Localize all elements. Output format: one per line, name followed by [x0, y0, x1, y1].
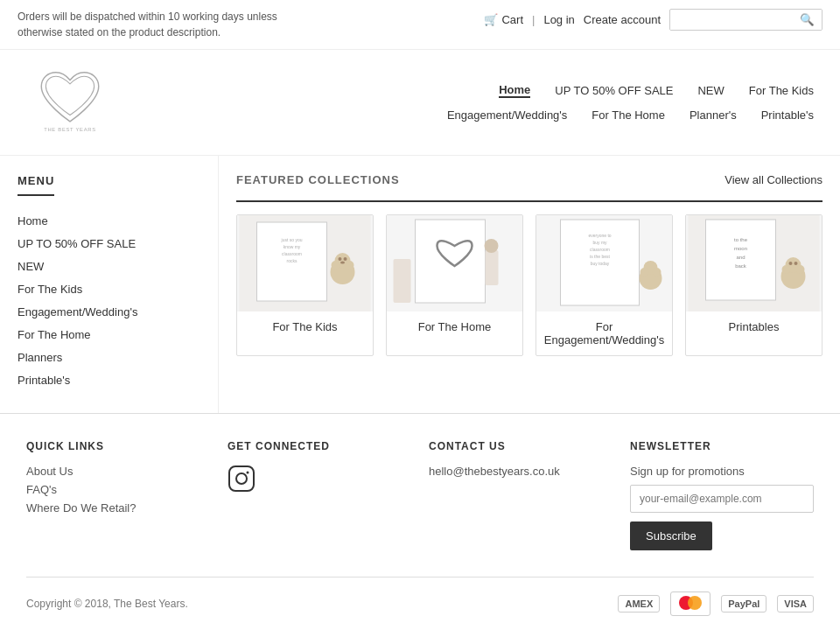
svg-rect-16 — [486, 250, 499, 285]
nav-row-2: Engagement/Wedding's For The Home Planne… — [447, 108, 814, 122]
nav-area: Home UP TO 50% OFF SALE NEW For The Kids… — [447, 83, 814, 122]
sidebar-item-kids[interactable]: For The Kids — [18, 282, 200, 296]
newsletter-note: Sign up for promotions — [630, 465, 814, 478]
sidebar-item-home2[interactable]: For The Home — [18, 327, 200, 341]
sidebar-nav: Home UP TO 50% OFF SALE NEW For The Kids… — [18, 214, 200, 387]
svg-point-38 — [782, 265, 791, 274]
sidebar-link-printables[interactable]: Printable's — [18, 374, 70, 387]
svg-text:buy my: buy my — [592, 240, 607, 245]
sidebar-link-sale[interactable]: UP TO 50% OFF SALE — [18, 237, 136, 250]
sidebar-link-new[interactable]: NEW — [18, 260, 44, 273]
svg-point-29 — [653, 268, 662, 276]
quick-links-title: QUICK LINKS — [26, 440, 210, 452]
search-button[interactable]: 🔍 — [793, 10, 822, 30]
sidebar-item-home[interactable]: Home — [18, 214, 200, 228]
top-bar: Orders will be dispatched within 10 work… — [0, 0, 840, 50]
nav-for-the-home[interactable]: For The Home — [592, 108, 665, 122]
footer-newsletter: NEWSLETTER Sign up for promotions Subscr… — [630, 440, 814, 550]
nav-new[interactable]: NEW — [697, 84, 724, 97]
nav-engagement[interactable]: Engagement/Wedding's — [447, 108, 567, 122]
svg-text:just so you: just so you — [281, 237, 303, 242]
create-account-link[interactable]: Create account — [584, 13, 661, 26]
svg-point-9 — [332, 261, 340, 270]
nav-planners[interactable]: Planner's — [690, 108, 737, 122]
cart-link[interactable]: 🛒 Cart — [484, 13, 523, 26]
payment-icons: AMEX PayPal VISA — [618, 592, 814, 616]
svg-text:THE BEST YEARS: THE BEST YEARS — [44, 127, 96, 132]
nav-home[interactable]: Home — [499, 83, 530, 98]
collection-card-engagement[interactable]: everyone to buy my classroom is the best… — [536, 214, 673, 356]
footer-quick-links: QUICK LINKS About Us FAQ's Where Do We R… — [26, 440, 210, 550]
footer-link-about[interactable]: About Us — [26, 465, 210, 478]
sidebar-menu-label: MENU — [18, 174, 54, 196]
sidebar-link-home2[interactable]: For The Home — [18, 328, 91, 341]
payment-paypal: PayPal — [721, 595, 766, 612]
search-input[interactable] — [670, 10, 793, 30]
collection-label-kids: For The Kids — [237, 312, 373, 342]
svg-rect-42 — [229, 466, 254, 491]
svg-point-40 — [789, 262, 793, 265]
cart-icon: 🛒 — [484, 13, 498, 26]
sidebar-link-planners[interactable]: Planners — [18, 351, 62, 364]
collection-label-engagement: For Engagement/Wedding's — [536, 312, 672, 355]
view-all-link[interactable]: View all Collections — [724, 173, 822, 186]
svg-point-39 — [796, 265, 805, 274]
svg-point-28 — [640, 268, 649, 276]
sidebar-item-sale[interactable]: UP TO 50% OFF SALE — [18, 236, 200, 250]
footer-link-where[interactable]: Where Do We Retail? — [26, 501, 210, 514]
collection-label-home: For The Home — [387, 312, 522, 342]
payment-amex: AMEX — [618, 595, 660, 612]
contact-title: CONTACT US — [429, 440, 612, 452]
svg-text:classroom: classroom — [282, 251, 302, 256]
collection-card-printables[interactable]: to the moon and back Printables — [685, 214, 822, 356]
svg-point-11 — [339, 257, 342, 261]
sidebar-item-printables[interactable]: Printable's — [18, 373, 200, 387]
svg-point-43 — [236, 473, 247, 484]
payment-visa: VISA — [777, 595, 814, 612]
svg-text:classroom: classroom — [590, 247, 610, 252]
svg-text:everyone to: everyone to — [588, 233, 611, 238]
subscribe-button[interactable]: Subscribe — [630, 522, 712, 550]
collection-image-home — [387, 215, 522, 312]
nav-printables[interactable]: Printable's — [761, 108, 814, 122]
svg-rect-31 — [706, 220, 776, 300]
nav-sale[interactable]: UP TO 50% OFF SALE — [555, 84, 673, 97]
nav-row-1: Home UP TO 50% OFF SALE NEW For The Kids — [499, 83, 814, 98]
svg-text:back: back — [735, 263, 747, 269]
collection-label-printables: Printables — [686, 312, 822, 342]
sidebar-link-home[interactable]: Home — [18, 214, 48, 228]
collections-grid: just so you know my classroom rocks — [236, 214, 822, 356]
header: THE BEST YEARS Home UP TO 50% OFF SALE N… — [0, 50, 840, 156]
collections-header: FEATURED COLLECTIONS View all Collection… — [236, 173, 822, 186]
login-link[interactable]: Log in — [543, 13, 574, 26]
svg-point-41 — [794, 262, 798, 265]
sidebar-item-engagement[interactable]: Engagement/Wedding's — [18, 304, 200, 318]
copyright: Copyright © 2018, The Best Years. — [26, 598, 188, 610]
get-connected-title: GET CONNECTED — [228, 440, 411, 452]
svg-point-17 — [485, 239, 499, 253]
logo-image: THE BEST YEARS — [26, 67, 114, 137]
collection-image-printables: to the moon and back — [686, 215, 822, 312]
logo-area: THE BEST YEARS — [26, 67, 114, 137]
nav-for-the-kids[interactable]: For The Kids — [749, 84, 814, 97]
footer-link-faq[interactable]: FAQ's — [26, 483, 210, 496]
svg-rect-15 — [416, 220, 486, 303]
search-bar: 🔍 — [669, 9, 822, 31]
svg-text:to the: to the — [734, 237, 748, 242]
collection-card-home[interactable]: For The Home — [386, 214, 523, 356]
sidebar-item-planners[interactable]: Planners — [18, 350, 200, 364]
footer-grid: QUICK LINKS About Us FAQ's Where Do We R… — [26, 440, 814, 550]
top-bar-right: 🛒 Cart | Log in Create account 🔍 — [484, 9, 822, 31]
svg-point-10 — [346, 261, 354, 270]
svg-point-13 — [340, 262, 345, 264]
svg-rect-18 — [394, 259, 411, 303]
sidebar-link-kids[interactable]: For The Kids — [18, 283, 82, 296]
sidebar-link-engagement[interactable]: Engagement/Wedding's — [18, 305, 137, 318]
svg-point-12 — [344, 257, 347, 261]
newsletter-email-input[interactable] — [630, 485, 814, 513]
sidebar-item-new[interactable]: NEW — [18, 259, 200, 273]
collection-card-kids[interactable]: just so you know my classroom rocks — [236, 214, 374, 356]
instagram-icon[interactable] — [228, 465, 256, 493]
sidebar: MENU Home UP TO 50% OFF SALE NEW For The… — [0, 156, 219, 413]
footer-get-connected: GET CONNECTED — [228, 440, 411, 550]
